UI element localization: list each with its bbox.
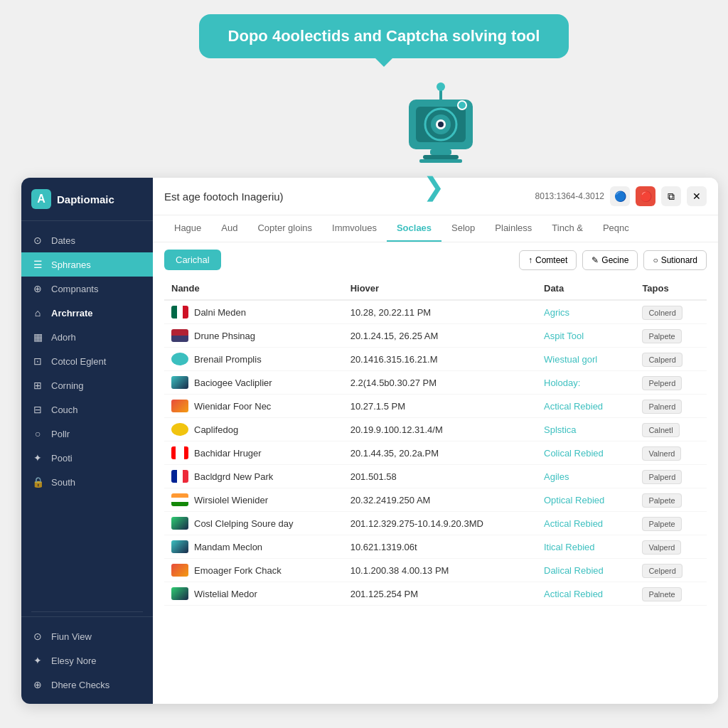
svg-rect-8: [423, 155, 459, 159]
svg-rect-7: [430, 149, 451, 155]
sidebar-item-label: Sphranes: [51, 259, 91, 270]
data-link[interactable]: Actical Rebied: [544, 401, 603, 412]
tab-selop[interactable]: Selop: [441, 215, 485, 242]
tab-immvolues[interactable]: Immvolues: [322, 215, 387, 242]
tab-tinch-&[interactable]: Tinch &: [542, 215, 593, 242]
sidebar-footer-icon: ⊕: [31, 679, 44, 690]
toolbar-btn-sutionard[interactable]: ○ Sutionard: [643, 250, 707, 270]
sidebar-footer: ⊙ Fiun View✦ Elesy Nore⊕ Dhere Checks: [21, 616, 153, 704]
flag-icon: [171, 376, 188, 389]
flag-icon: [171, 446, 188, 459]
sidebar-item-dates[interactable]: ⊙ Dates: [21, 228, 153, 252]
sidebar-footer-item-elesy-nore[interactable]: ✦ Elesy Nore: [21, 648, 153, 673]
create-button[interactable]: Carichal: [164, 250, 221, 270]
row-name: Wienidar Foor Nec: [194, 401, 271, 412]
sidebar-footer-item-dhere-checks[interactable]: ⊕ Dhere Checks: [21, 673, 153, 697]
header-btn-record[interactable]: 🔴: [636, 186, 655, 206]
tag-badge: Colnerd: [642, 306, 682, 320]
toolbar-btn-comteet[interactable]: ↑ Comteet: [519, 250, 577, 270]
sidebar-item-pollr[interactable]: ○ Pollr: [21, 422, 153, 446]
tag-badge: Pelperd: [642, 376, 682, 390]
data-link[interactable]: Optical Rebied: [544, 495, 604, 505]
sidebar-item-label: Couch: [51, 405, 78, 415]
svg-point-6: [458, 101, 466, 109]
cell-name: Drune Phsinag: [164, 324, 343, 348]
cell-name: Mandam Meclon: [164, 535, 343, 559]
tab-soclaes[interactable]: Soclaes: [387, 215, 441, 242]
cell-data: Itical Rebied: [537, 535, 635, 559]
sidebar-item-south[interactable]: 🔒 South: [21, 470, 153, 494]
tab-aud[interactable]: Aud: [211, 215, 247, 242]
sidebar-item-sphranes[interactable]: ☰ Sphranes: [21, 252, 153, 277]
table-row: Dalni Meden 10.28, 20.22.11 PM Agrics Co…: [164, 300, 707, 324]
row-name: Wirsiolel Wienider: [194, 495, 268, 505]
tab-plainless[interactable]: Plainless: [485, 215, 542, 242]
header-title: Est age footoch Inageriu): [164, 191, 284, 203]
data-link[interactable]: Colical Rebied: [544, 448, 604, 459]
tabs-bar: HagueAudCopter gloinsImmvoluesSoclaesSel…: [153, 215, 718, 242]
cell-date: 2.2(14.5b0.30.27 PM: [343, 371, 537, 395]
cell-tag: Palpete: [635, 324, 707, 348]
data-link[interactable]: Actical Rebied: [544, 518, 603, 529]
sidebar-footer-label: Elesy Nore: [51, 655, 97, 666]
tag-badge: Palpete: [642, 329, 681, 343]
cell-tag: Palnete: [635, 582, 707, 606]
flag-icon: [171, 400, 188, 412]
data-link[interactable]: Agiles: [544, 471, 569, 482]
sidebar-item-icon: ▦: [31, 331, 44, 343]
sidebar-item-compnants[interactable]: ⊕ Compnants: [21, 277, 153, 301]
data-link[interactable]: Dalical Rebied: [544, 565, 604, 576]
cell-data: Optical Rebied: [537, 488, 635, 512]
tag-badge: Palpete: [642, 493, 681, 508]
toolbar-btn-gecine[interactable]: ✎ Gecine: [582, 250, 638, 270]
data-link[interactable]: Actical Rebied: [544, 589, 603, 599]
cell-date: 10.27.1.5 PM: [343, 395, 537, 418]
row-name: Bachidar Hruger: [194, 448, 262, 459]
data-link[interactable]: Aspit Tool: [544, 331, 584, 341]
row-name: Emoager Fork Chack: [194, 565, 282, 576]
tag-badge: Palperd: [642, 470, 682, 484]
data-link[interactable]: Itical Rebied: [544, 542, 595, 552]
sidebar-footer-icon: ⊙: [31, 631, 44, 642]
sidebar-item-pooti[interactable]: ✦ Pooti: [21, 446, 153, 470]
tab-peqnc[interactable]: Peqnc: [593, 215, 639, 242]
cell-name: Caplifedog: [164, 418, 343, 441]
data-link[interactable]: Wiestual gorl: [544, 354, 597, 365]
cell-tag: Valperd: [635, 535, 707, 559]
cell-name: Wienidar Foor Nec: [164, 395, 343, 418]
cell-date: 10.28, 20.22.11 PM: [343, 300, 537, 324]
sidebar-footer-item-fiun-view[interactable]: ⊙ Fiun View: [21, 624, 153, 648]
sidebar-footer-label: Fiun View: [51, 631, 92, 642]
cell-name: Cosl Clelping Soure day: [164, 512, 343, 535]
header-btn-expand[interactable]: ⧉: [661, 186, 681, 206]
sidebar-item-corning[interactable]: ⊞ Corning: [21, 373, 153, 397]
sidebar-item-adorh[interactable]: ▦ Adorh: [21, 325, 153, 349]
col-name: Nande: [164, 277, 343, 300]
flag-icon: [171, 564, 188, 577]
sidebar-footer-icon: ✦: [31, 655, 44, 666]
sidebar-item-cotcol-eglent[interactable]: ⊡ Cotcol Eglent: [21, 349, 153, 373]
down-arrow-decoration: ❯: [423, 174, 444, 200]
cell-name: Wistelial Medor: [164, 582, 343, 606]
data-link[interactable]: Splstica: [544, 424, 577, 435]
header-btn-close[interactable]: ✕: [687, 186, 707, 206]
sidebar-item-couch[interactable]: ⊟ Couch: [21, 397, 153, 422]
sidebar-item-archrrate[interactable]: ⌂ Archrrate: [21, 301, 153, 325]
header-btn-search[interactable]: 🔵: [610, 186, 630, 206]
data-link[interactable]: Holoday:: [544, 378, 580, 388]
sidebar-item-icon: ⊙: [31, 235, 44, 246]
cell-date: 201.12.329.275-10.14.9.20.3MD: [343, 512, 537, 535]
cell-data: Agiles: [537, 465, 635, 488]
table-header: Nande Hiover Data Tapos: [164, 277, 707, 300]
tab-copter-gloins[interactable]: Copter gloins: [247, 215, 322, 242]
main-content: Est age footoch Inageriu) 8013:1364-4.30…: [153, 178, 718, 704]
cell-date: 20.19.9.100.12.31.4/M: [343, 418, 537, 441]
table-row: Mandam Meclon 10.621.1319.06t Itical Reb…: [164, 535, 707, 559]
tab-hague[interactable]: Hague: [164, 215, 211, 242]
sidebar-item-label: Cotcol Eglent: [51, 356, 106, 367]
sidebar-item-icon: ○: [31, 428, 44, 439]
svg-rect-9: [419, 159, 462, 163]
table-row: Baciogee Vacliplier 2.2(14.5b0.30.27 PM …: [164, 371, 707, 395]
data-link[interactable]: Agrics: [544, 307, 569, 318]
cell-tag: Calperd: [635, 348, 707, 371]
